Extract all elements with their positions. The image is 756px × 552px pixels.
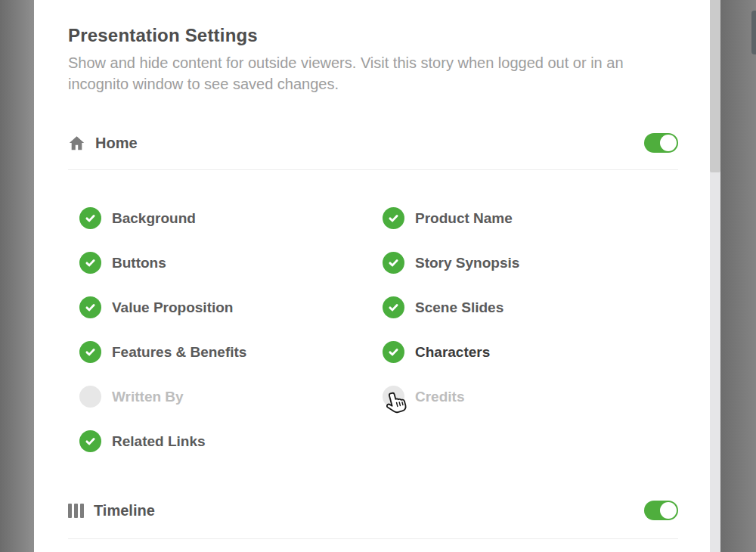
checklist-item[interactable]: Related Links xyxy=(79,419,383,464)
checklist-item-label: Features & Benefits xyxy=(112,344,246,361)
modal-scrollbar[interactable] xyxy=(710,0,720,552)
items-column-left: Background Buttons Value Proposition Fea… xyxy=(79,196,383,464)
house-icon xyxy=(68,135,85,152)
page-title: Presentation Settings xyxy=(68,25,678,45)
section-label-home: Home xyxy=(95,135,138,152)
checklist-item-label: Written By xyxy=(112,389,184,405)
check-circle-icon[interactable] xyxy=(383,296,404,318)
timeline-visibility-toggle[interactable] xyxy=(644,501,678,520)
check-circle-icon[interactable] xyxy=(383,341,404,363)
checklist-item-label: Story Synopsis xyxy=(415,255,519,271)
check-circle-icon[interactable] xyxy=(79,296,101,318)
checklist-item[interactable]: Buttons xyxy=(79,240,383,285)
modal-scrollbar-thumb[interactable] xyxy=(710,0,720,172)
check-circle-icon[interactable] xyxy=(383,386,404,408)
checklist-item-label: Product Name xyxy=(415,210,513,227)
presentation-settings-panel: Presentation Settings Show and hide cont… xyxy=(34,0,710,552)
section-row-home: Home xyxy=(68,126,678,160)
home-items-grid: Background Buttons Value Proposition Fea… xyxy=(68,170,678,464)
check-circle-icon[interactable] xyxy=(79,252,101,274)
checklist-item-label: Buttons xyxy=(112,255,166,271)
checklist-item[interactable]: Value Proposition xyxy=(79,285,383,330)
checklist-item[interactable]: Written By xyxy=(79,374,383,419)
checklist-item[interactable]: Features & Benefits xyxy=(79,330,383,374)
checklist-item[interactable]: Characters xyxy=(383,330,678,374)
check-circle-icon[interactable] xyxy=(383,252,404,274)
items-column-right: Product Name Story Synopsis Scene Slides… xyxy=(383,196,678,464)
checklist-item-label: Credits xyxy=(415,389,464,405)
checklist-item[interactable]: Story Synopsis xyxy=(383,240,678,285)
checklist-item-label: Background xyxy=(112,210,196,227)
dimmed-page-background-left xyxy=(0,0,34,552)
check-circle-icon[interactable] xyxy=(383,207,404,229)
timeline-columns-icon xyxy=(68,504,84,518)
checklist-item-label: Related Links xyxy=(112,433,206,450)
checklist-item-label: Scene Slides xyxy=(415,299,503,316)
page-scrollbar-thumb[interactable] xyxy=(751,11,756,54)
home-visibility-toggle[interactable] xyxy=(644,133,678,153)
page-description: Show and hide content for outside viewer… xyxy=(68,52,673,95)
section-row-timeline: Timeline xyxy=(68,494,678,527)
checklist-item-label: Characters xyxy=(415,344,490,361)
divider xyxy=(68,538,678,539)
check-circle-icon[interactable] xyxy=(79,386,101,408)
check-circle-icon[interactable] xyxy=(79,430,101,452)
checklist-item[interactable]: Background xyxy=(79,196,383,240)
toggle-knob xyxy=(660,135,677,151)
app-background: { "panel": { "title": "Presentation Sett… xyxy=(0,0,756,552)
checklist-item-label: Value Proposition xyxy=(112,299,233,316)
checklist-item[interactable]: Product Name xyxy=(383,196,678,240)
toggle-knob xyxy=(660,502,677,519)
dimmed-page-background-right xyxy=(720,0,756,552)
checklist-item[interactable]: Credits xyxy=(383,374,678,419)
checklist-item[interactable]: Scene Slides xyxy=(383,285,678,330)
section-label-timeline: Timeline xyxy=(94,502,155,519)
check-circle-icon[interactable] xyxy=(79,341,101,363)
check-circle-icon[interactable] xyxy=(79,207,101,229)
